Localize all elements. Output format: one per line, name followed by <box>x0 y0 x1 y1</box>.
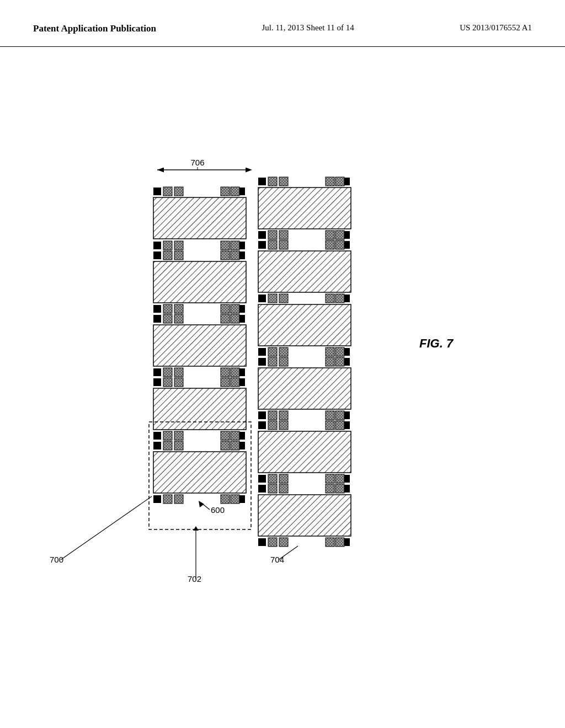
svg-rect-122 <box>326 421 334 430</box>
svg-rect-32 <box>231 304 239 313</box>
svg-rect-68 <box>163 495 172 504</box>
svg-rect-31 <box>221 304 230 313</box>
svg-rect-64 <box>231 441 239 450</box>
svg-rect-9 <box>163 187 172 196</box>
svg-rect-65 <box>153 452 246 493</box>
svg-rect-75 <box>279 177 288 186</box>
svg-rect-116 <box>326 411 334 420</box>
svg-rect-127 <box>268 474 277 483</box>
svg-rect-108 <box>279 357 288 366</box>
svg-rect-103 <box>326 347 334 356</box>
svg-rect-53 <box>153 432 161 440</box>
svg-rect-97 <box>335 294 344 303</box>
svg-rect-37 <box>221 314 230 323</box>
svg-rect-77 <box>335 177 344 186</box>
svg-rect-27 <box>153 305 161 313</box>
svg-rect-18 <box>221 241 230 250</box>
svg-rect-35 <box>163 314 172 323</box>
svg-rect-22 <box>163 251 172 260</box>
svg-rect-107 <box>268 357 277 366</box>
svg-rect-51 <box>231 378 239 387</box>
svg-rect-48 <box>163 378 172 387</box>
svg-rect-29 <box>163 304 172 313</box>
svg-rect-12 <box>231 187 239 196</box>
svg-rect-143 <box>335 538 344 547</box>
svg-rect-120 <box>268 421 277 430</box>
svg-rect-105 <box>258 358 266 366</box>
svg-marker-158 <box>199 501 204 507</box>
svg-rect-133 <box>268 484 277 493</box>
svg-rect-17 <box>174 241 183 250</box>
svg-rect-114 <box>268 411 277 420</box>
svg-rect-40 <box>153 368 161 376</box>
svg-rect-110 <box>335 357 344 366</box>
svg-rect-142 <box>326 538 334 547</box>
svg-rect-123 <box>335 421 344 430</box>
svg-rect-10 <box>174 187 183 196</box>
svg-rect-135 <box>326 484 334 493</box>
svg-rect-55 <box>163 431 172 440</box>
svg-rect-46 <box>153 378 161 386</box>
publication-title: Patent Application Publication <box>33 22 156 35</box>
svg-rect-79 <box>258 231 266 239</box>
svg-rect-71 <box>231 495 239 504</box>
svg-rect-88 <box>279 240 288 249</box>
svg-rect-45 <box>231 368 239 377</box>
svg-rect-43 <box>174 368 183 377</box>
svg-rect-66 <box>153 495 161 503</box>
svg-rect-121 <box>279 421 288 430</box>
svg-rect-115 <box>279 411 288 420</box>
svg-rect-118 <box>258 421 266 429</box>
svg-text:FIG. 7: FIG. 7 <box>419 336 454 350</box>
svg-rect-56 <box>174 431 183 440</box>
page-header: Patent Application Publication Jul. 11, … <box>0 0 565 47</box>
svg-rect-39 <box>153 325 246 366</box>
svg-rect-94 <box>268 294 277 303</box>
svg-rect-42 <box>163 368 172 377</box>
svg-rect-102 <box>279 347 288 356</box>
svg-rect-14 <box>153 242 161 249</box>
svg-rect-62 <box>174 441 183 450</box>
svg-rect-70 <box>221 495 230 504</box>
svg-line-155 <box>279 546 298 560</box>
svg-rect-72 <box>258 178 266 185</box>
patent-number: US 2013/0176552 A1 <box>460 22 532 34</box>
svg-rect-111 <box>258 368 351 409</box>
svg-rect-16 <box>163 241 172 250</box>
svg-rect-141 <box>279 538 288 547</box>
svg-rect-98 <box>258 304 351 346</box>
svg-rect-13 <box>153 197 246 239</box>
svg-rect-24 <box>221 251 230 260</box>
svg-text:702: 702 <box>188 574 201 584</box>
svg-rect-134 <box>279 484 288 493</box>
sheet-info: Jul. 11, 2013 Sheet 11 of 14 <box>262 22 354 34</box>
svg-rect-89 <box>326 240 334 249</box>
svg-rect-74 <box>268 177 277 186</box>
svg-rect-20 <box>153 251 161 259</box>
svg-rect-91 <box>258 251 351 292</box>
svg-rect-117 <box>335 411 344 420</box>
svg-rect-109 <box>326 357 334 366</box>
svg-rect-99 <box>258 348 266 356</box>
svg-rect-59 <box>153 442 161 449</box>
svg-rect-76 <box>326 177 334 186</box>
svg-rect-50 <box>221 378 230 387</box>
svg-rect-112 <box>258 411 266 419</box>
svg-rect-26 <box>153 261 246 303</box>
svg-text:600: 600 <box>211 505 225 515</box>
svg-rect-81 <box>268 231 277 239</box>
svg-marker-153 <box>193 526 199 531</box>
svg-rect-101 <box>268 347 277 356</box>
svg-rect-44 <box>221 368 230 377</box>
svg-rect-25 <box>231 251 239 260</box>
svg-rect-137 <box>258 495 351 536</box>
svg-rect-83 <box>326 231 334 239</box>
svg-rect-96 <box>326 294 334 303</box>
diagram-area: 706 700 702 704 600 FIG. 7 <box>0 110 565 662</box>
svg-rect-129 <box>326 474 334 483</box>
svg-text:706: 706 <box>190 158 204 167</box>
svg-rect-63 <box>221 441 230 450</box>
svg-rect-19 <box>231 241 239 250</box>
svg-rect-58 <box>231 431 239 440</box>
svg-rect-36 <box>174 314 183 323</box>
